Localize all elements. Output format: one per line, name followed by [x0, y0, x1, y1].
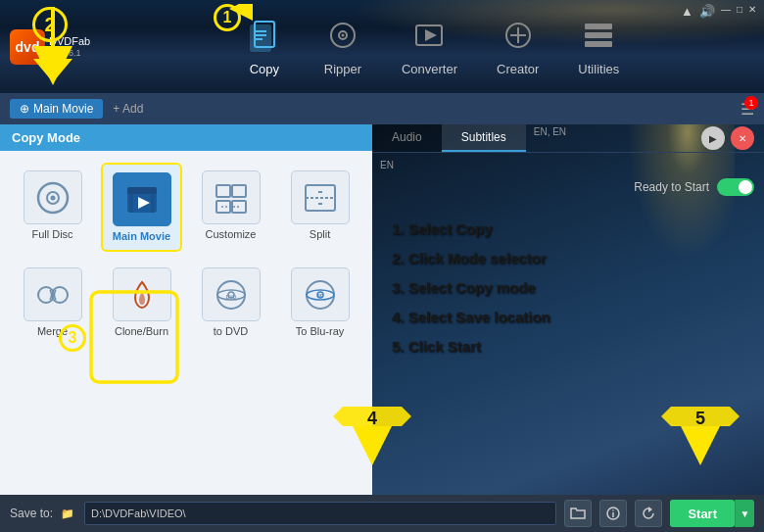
ripper-nav-icon [325, 18, 360, 60]
svg-rect-13 [585, 41, 612, 47]
merge-label: Merge [37, 325, 68, 337]
full-disc-icon [24, 170, 82, 224]
save-path-input[interactable] [84, 502, 556, 525]
clone-burn-icon [113, 267, 171, 321]
bottom-bar: Save to: 📁 Start ▼ [0, 495, 764, 532]
main-movie-button[interactable]: ⊕ Main Movie [10, 99, 103, 119]
nav-converter[interactable]: Converter [382, 10, 477, 84]
minimize-icon[interactable]: — [721, 4, 731, 19]
svg-text:BD: BD [317, 293, 323, 298]
merge-icon [24, 267, 82, 321]
start-button[interactable]: Start [670, 500, 735, 527]
main-movie-label: Main Movie [113, 230, 170, 242]
info-icon [605, 506, 621, 521]
copy-nav-icon [247, 18, 282, 60]
save-to-label: Save to: [10, 507, 53, 520]
info-button[interactable] [599, 500, 627, 527]
customize-icon [202, 170, 261, 224]
svg-point-45 [613, 509, 615, 511]
svg-text:DVD: DVD [225, 294, 236, 300]
copy-nav-label: Copy [250, 62, 279, 76]
start-dropdown-button[interactable]: ▼ [735, 500, 754, 527]
refresh-button[interactable] [635, 500, 662, 527]
start-group: Start ▼ [670, 500, 754, 527]
en-area: EN [372, 153, 764, 174]
stop-button[interactable]: ✕ [731, 126, 754, 150]
converter-nav-label: Converter [402, 62, 457, 76]
refresh-icon [641, 506, 656, 521]
notification-badge: 1 [744, 96, 758, 110]
tab-audio[interactable]: Audio [372, 124, 442, 152]
right-tabs: Audio Subtitles EN, EN ▶ ✕ [372, 124, 764, 153]
add-button[interactable]: + Add [113, 102, 143, 116]
wifi-icon: ▲ [681, 4, 693, 19]
ready-label: Ready to Start [634, 180, 709, 194]
svg-marker-46 [648, 507, 652, 512]
volume-icon: 🔊 [699, 4, 715, 19]
close-icon[interactable]: ✕ [748, 4, 756, 19]
full-disc-label: Full Disc [31, 228, 72, 240]
clone-burn-label: Clone/Burn [115, 325, 168, 337]
maximize-icon[interactable]: □ [737, 4, 742, 19]
copy-mode-panel: Copy Mode Full Disc [0, 124, 372, 495]
system-tray: ▲ 🔊 — □ ✕ [681, 4, 756, 19]
to-dvd-label: to DVD [214, 325, 248, 337]
language-indicator: EN, EN [526, 124, 574, 152]
nav-ripper[interactable]: Ripper [304, 10, 382, 84]
app-logo[interactable]: dvd DVDFab 12.0.6.1 [0, 29, 100, 65]
creator-nav-label: Creator [497, 62, 539, 76]
svg-rect-11 [585, 24, 612, 29]
svg-point-7 [341, 33, 344, 36]
nav-creator[interactable]: Creator [477, 10, 558, 84]
to-blu-ray-label: To Blu-ray [296, 325, 345, 337]
ripper-nav-label: Ripper [324, 62, 361, 76]
copy-mode-full-disc[interactable]: Full Disc [12, 163, 93, 252]
to-dvd-icon: DVD [202, 267, 261, 321]
copy-mode-clone-burn[interactable]: Clone/Burn [101, 260, 182, 345]
en-label: EN [380, 160, 394, 170]
to-blu-ray-icon: BD [291, 267, 350, 321]
svg-rect-23 [151, 187, 155, 213]
main-movie-icon [113, 172, 171, 226]
playback-controls: ▶ ✕ [692, 124, 764, 152]
svg-marker-9 [425, 29, 437, 41]
converter-nav-icon [411, 18, 447, 60]
nav-copy[interactable]: Copy [225, 10, 304, 84]
split-icon [291, 170, 350, 224]
nav-utilities[interactable]: Utilities [558, 10, 639, 84]
right-panel: Audio Subtitles EN, EN ▶ ✕ EN Ready to S… [372, 124, 764, 495]
copy-mode-to-blu-ray[interactable]: BD To Blu-ray [279, 260, 360, 345]
ready-toggle[interactable] [717, 178, 754, 196]
copy-mode-merge[interactable]: Merge [12, 260, 93, 345]
app-header: dvd DVDFab 12.0.6.1 Copy [0, 0, 764, 93]
copy-mode-grid: Full Disc Main Movie [0, 151, 372, 357]
main-content: Copy Mode Full Disc [0, 124, 764, 495]
creator-nav-icon [501, 18, 536, 60]
ready-bar: Ready to Start [372, 174, 764, 200]
top-bar: ⊕ Main Movie + Add ☰ 1 [0, 93, 764, 124]
instruction-1: 1. Select Copy 2. Click Mode selector 3.… [392, 215, 744, 362]
play-button[interactable]: ▶ [701, 126, 725, 150]
browse-folder-button[interactable] [564, 500, 592, 527]
copy-mode-customize[interactable]: Customize [190, 163, 271, 252]
utilities-nav-label: Utilities [578, 62, 619, 76]
utilities-nav-icon [581, 18, 616, 60]
copy-mode-to-dvd[interactable]: DVD to DVD [190, 260, 271, 345]
svg-rect-25 [216, 185, 230, 197]
svg-rect-26 [232, 185, 246, 197]
spacer [574, 124, 692, 152]
copy-mode-main-movie[interactable]: Main Movie [101, 163, 182, 252]
menu-button[interactable]: ☰ 1 [740, 100, 754, 119]
logo-text: DVDFab 12.0.6.1 [49, 34, 90, 60]
folder-icon-label: 📁 [61, 508, 74, 520]
tab-subtitles[interactable]: Subtitles [442, 124, 526, 152]
folder-open-icon [570, 506, 586, 521]
svg-rect-22 [129, 187, 133, 213]
logo-icon: dvd [10, 29, 45, 65]
nav-bar: Copy Ripper Converter [100, 10, 764, 84]
copy-mode-header: Copy Mode [0, 124, 372, 151]
copy-mode-split[interactable]: Split [279, 163, 360, 252]
svg-rect-12 [585, 32, 612, 38]
instructions-panel: 1. Select Copy 2. Click Mode selector 3.… [372, 200, 764, 376]
split-label: Split [310, 228, 330, 240]
